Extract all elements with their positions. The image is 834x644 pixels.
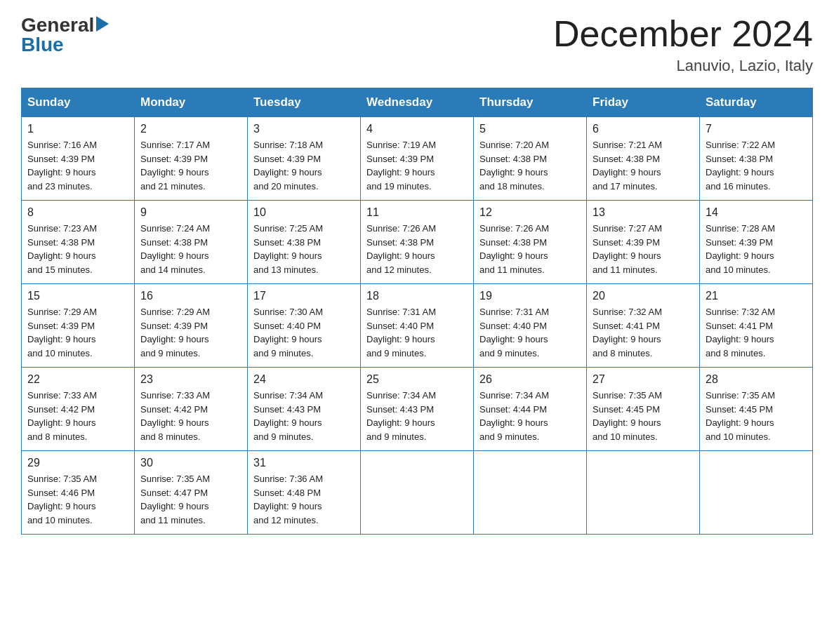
day-number: 27	[593, 373, 694, 386]
calendar-cell: 16 Sunrise: 7:29 AMSunset: 4:39 PMDaylig…	[135, 284, 248, 368]
day-number: 18	[366, 290, 468, 302]
location-title: Lanuvio, Lazio, Italy	[553, 57, 813, 75]
day-number: 25	[366, 373, 468, 386]
day-number: 30	[140, 457, 241, 469]
calendar-cell: 23 Sunrise: 7:33 AMSunset: 4:42 PMDaylig…	[135, 368, 248, 451]
day-info: Sunrise: 7:22 AMSunset: 4:38 PMDaylight:…	[706, 138, 807, 193]
title-area: December 2024 Lanuvio, Lazio, Italy	[553, 14, 813, 75]
day-number: 22	[27, 373, 128, 386]
calendar-cell: 6 Sunrise: 7:21 AMSunset: 4:38 PMDayligh…	[587, 117, 700, 201]
calendar-cell: 7 Sunrise: 7:22 AMSunset: 4:38 PMDayligh…	[700, 117, 813, 201]
calendar-cell: 31 Sunrise: 7:36 AMSunset: 4:48 PMDaylig…	[248, 451, 361, 535]
calendar-cell: 26 Sunrise: 7:34 AMSunset: 4:44 PMDaylig…	[474, 368, 587, 451]
calendar-cell: 19 Sunrise: 7:31 AMSunset: 4:40 PMDaylig…	[474, 284, 587, 368]
day-info: Sunrise: 7:35 AMSunset: 4:45 PMDaylight:…	[593, 389, 694, 443]
day-number: 28	[706, 373, 807, 386]
day-info: Sunrise: 7:31 AMSunset: 4:40 PMDaylight:…	[366, 305, 468, 360]
day-number: 4	[366, 123, 468, 135]
day-info: Sunrise: 7:21 AMSunset: 4:38 PMDaylight:…	[593, 138, 694, 193]
calendar-cell: 18 Sunrise: 7:31 AMSunset: 4:40 PMDaylig…	[361, 284, 474, 368]
day-number: 12	[479, 206, 581, 219]
col-monday: Monday	[135, 88, 248, 117]
col-wednesday: Wednesday	[361, 88, 474, 117]
day-number: 26	[479, 373, 581, 386]
day-info: Sunrise: 7:25 AMSunset: 4:38 PMDaylight:…	[253, 222, 355, 276]
day-info: Sunrise: 7:29 AMSunset: 4:39 PMDaylight:…	[27, 305, 128, 360]
calendar-cell: 4 Sunrise: 7:19 AMSunset: 4:39 PMDayligh…	[361, 117, 474, 201]
calendar-cell: 5 Sunrise: 7:20 AMSunset: 4:38 PMDayligh…	[474, 117, 587, 201]
day-number: 10	[253, 206, 355, 219]
day-info: Sunrise: 7:28 AMSunset: 4:39 PMDaylight:…	[706, 222, 807, 276]
day-number: 5	[479, 123, 581, 135]
calendar-cell: 24 Sunrise: 7:34 AMSunset: 4:43 PMDaylig…	[248, 368, 361, 451]
calendar-cell: 15 Sunrise: 7:29 AMSunset: 4:39 PMDaylig…	[22, 284, 135, 368]
day-number: 19	[479, 290, 581, 302]
col-thursday: Thursday	[474, 88, 587, 117]
calendar-cell: 29 Sunrise: 7:35 AMSunset: 4:46 PMDaylig…	[22, 451, 135, 535]
day-number: 31	[253, 457, 355, 469]
col-friday: Friday	[587, 88, 700, 117]
calendar-week-row: 8 Sunrise: 7:23 AMSunset: 4:38 PMDayligh…	[22, 201, 813, 284]
day-number: 3	[253, 123, 355, 135]
month-title: December 2024	[553, 14, 813, 54]
day-number: 7	[706, 123, 807, 135]
logo-blue-text: Blue	[21, 34, 109, 56]
day-number: 23	[140, 373, 241, 386]
day-info: Sunrise: 7:35 AMSunset: 4:47 PMDaylight:…	[140, 472, 241, 527]
calendar-cell: 14 Sunrise: 7:28 AMSunset: 4:39 PMDaylig…	[700, 201, 813, 284]
calendar-cell: 22 Sunrise: 7:33 AMSunset: 4:42 PMDaylig…	[22, 368, 135, 451]
day-number: 20	[593, 290, 694, 302]
day-number: 11	[366, 206, 468, 219]
calendar-week-row: 15 Sunrise: 7:29 AMSunset: 4:39 PMDaylig…	[22, 284, 813, 368]
day-number: 8	[27, 206, 128, 219]
day-number: 13	[593, 206, 694, 219]
day-info: Sunrise: 7:34 AMSunset: 4:44 PMDaylight:…	[479, 389, 581, 443]
day-info: Sunrise: 7:35 AMSunset: 4:45 PMDaylight:…	[706, 389, 807, 443]
page-header: General Blue December 2024 Lanuvio, Lazi…	[21, 14, 813, 75]
day-info: Sunrise: 7:20 AMSunset: 4:38 PMDaylight:…	[479, 138, 581, 193]
day-number: 14	[706, 206, 807, 219]
calendar-cell	[700, 451, 813, 535]
day-number: 24	[253, 373, 355, 386]
day-info: Sunrise: 7:32 AMSunset: 4:41 PMDaylight:…	[593, 305, 694, 360]
calendar-cell: 12 Sunrise: 7:26 AMSunset: 4:38 PMDaylig…	[474, 201, 587, 284]
day-info: Sunrise: 7:34 AMSunset: 4:43 PMDaylight:…	[366, 389, 468, 443]
calendar-cell: 20 Sunrise: 7:32 AMSunset: 4:41 PMDaylig…	[587, 284, 700, 368]
calendar-cell: 17 Sunrise: 7:30 AMSunset: 4:40 PMDaylig…	[248, 284, 361, 368]
logo: General Blue	[21, 14, 109, 56]
day-info: Sunrise: 7:33 AMSunset: 4:42 PMDaylight:…	[27, 389, 128, 443]
day-info: Sunrise: 7:31 AMSunset: 4:40 PMDaylight:…	[479, 305, 581, 360]
day-number: 6	[593, 123, 694, 135]
calendar-week-row: 22 Sunrise: 7:33 AMSunset: 4:42 PMDaylig…	[22, 368, 813, 451]
calendar-cell: 1 Sunrise: 7:16 AMSunset: 4:39 PMDayligh…	[22, 117, 135, 201]
calendar-cell	[361, 451, 474, 535]
col-saturday: Saturday	[700, 88, 813, 117]
day-info: Sunrise: 7:17 AMSunset: 4:39 PMDaylight:…	[140, 138, 241, 193]
day-number: 16	[140, 290, 241, 302]
day-number: 15	[27, 290, 128, 302]
calendar-table: Sunday Monday Tuesday Wednesday Thursday…	[21, 88, 813, 535]
day-number: 17	[253, 290, 355, 302]
day-info: Sunrise: 7:26 AMSunset: 4:38 PMDaylight:…	[479, 222, 581, 276]
day-info: Sunrise: 7:33 AMSunset: 4:42 PMDaylight:…	[140, 389, 241, 443]
col-tuesday: Tuesday	[248, 88, 361, 117]
calendar-cell: 8 Sunrise: 7:23 AMSunset: 4:38 PMDayligh…	[22, 201, 135, 284]
calendar-cell	[587, 451, 700, 535]
day-number: 21	[706, 290, 807, 302]
col-sunday: Sunday	[22, 88, 135, 117]
calendar-cell: 10 Sunrise: 7:25 AMSunset: 4:38 PMDaylig…	[248, 201, 361, 284]
header-row: Sunday Monday Tuesday Wednesday Thursday…	[22, 88, 813, 117]
day-info: Sunrise: 7:27 AMSunset: 4:39 PMDaylight:…	[593, 222, 694, 276]
day-info: Sunrise: 7:32 AMSunset: 4:41 PMDaylight:…	[706, 305, 807, 360]
calendar-cell: 27 Sunrise: 7:35 AMSunset: 4:45 PMDaylig…	[587, 368, 700, 451]
day-number: 1	[27, 123, 128, 135]
day-info: Sunrise: 7:30 AMSunset: 4:40 PMDaylight:…	[253, 305, 355, 360]
calendar-cell: 25 Sunrise: 7:34 AMSunset: 4:43 PMDaylig…	[361, 368, 474, 451]
day-info: Sunrise: 7:26 AMSunset: 4:38 PMDaylight:…	[366, 222, 468, 276]
day-info: Sunrise: 7:34 AMSunset: 4:43 PMDaylight:…	[253, 389, 355, 443]
calendar-cell: 2 Sunrise: 7:17 AMSunset: 4:39 PMDayligh…	[135, 117, 248, 201]
day-number: 2	[140, 123, 241, 135]
calendar-week-row: 29 Sunrise: 7:35 AMSunset: 4:46 PMDaylig…	[22, 451, 813, 535]
day-info: Sunrise: 7:29 AMSunset: 4:39 PMDaylight:…	[140, 305, 241, 360]
day-info: Sunrise: 7:35 AMSunset: 4:46 PMDaylight:…	[27, 472, 128, 527]
